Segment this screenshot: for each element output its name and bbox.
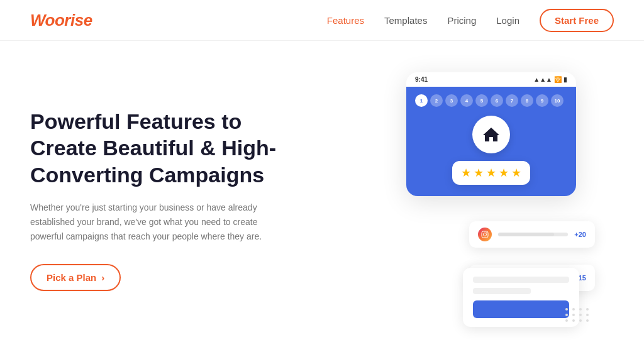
instagram-icon [478,228,492,241]
battery-icon: ▮ [564,76,567,83]
logo: Woorise [30,11,92,30]
nav-templates[interactable]: Templates [384,15,427,26]
wifi-icon: 🛜 [554,76,562,83]
star-1: ★ [461,166,471,180]
phone-mockup: 9:41 ▲▲▲ 🛜 ▮ 1 2 3 4 5 6 7 8 9 [406,72,576,196]
pick-a-plan-button[interactable]: Pick a Plan › [30,264,121,291]
svg-point-2 [484,233,487,236]
star-5: ★ [511,166,521,180]
instagram-progress-fill [498,233,554,236]
num-circle-3: 3 [445,94,458,107]
hero-text-block: Powerful Features to Create Beautiful & … [30,102,294,292]
instagram-social-card: +20 [469,221,595,248]
header: Woorise Features Templates Pricing Login… [0,0,644,41]
phone-status-bar: 9:41 ▲▲▲ 🛜 ▮ [406,72,576,87]
form-mockup-card [463,268,579,327]
instagram-progress-bar [498,233,568,236]
status-icons: ▲▲▲ 🛜 ▮ [533,76,567,83]
phone-time: 9:41 [415,76,428,83]
star-3: ★ [486,166,496,180]
num-circle-1: 1 [415,94,428,107]
num-circle-4: 4 [460,94,473,107]
nav-features[interactable]: Features [327,15,364,26]
pick-plan-arrow: › [101,272,104,283]
form-field-1 [473,277,569,283]
num-circle-2: 2 [430,94,443,107]
number-circles: 1 2 3 4 5 6 7 8 9 10 [415,94,567,107]
stars-rating-card: ★ ★ ★ ★ ★ [452,161,530,185]
num-circle-9: 9 [536,94,548,107]
hero-description: Whether you're just starting your busine… [30,201,275,244]
hero-title: Powerful Features to Create Beautiful & … [30,108,294,189]
instagram-count: +20 [574,231,586,238]
svg-rect-1 [482,231,488,238]
form-field-2 [473,288,531,294]
star-4: ★ [499,166,509,180]
form-submit-button-mock [473,300,569,318]
svg-point-3 [486,233,487,234]
house-icon-card [472,116,510,153]
num-circle-5: 5 [475,94,488,107]
phone-content: 1 2 3 4 5 6 7 8 9 10 ★ [406,87,576,196]
start-free-button[interactable]: Start Free [540,9,614,32]
pick-plan-label: Pick a Plan [47,272,96,283]
num-circle-7: 7 [506,94,518,107]
nav-login[interactable]: Login [496,15,519,26]
dots-decoration [565,308,590,322]
house-icon [482,126,501,143]
main-content: Powerful Features to Create Beautiful & … [0,41,644,352]
star-2: ★ [474,166,484,180]
signal-icon: ▲▲▲ [533,76,552,83]
num-circle-8: 8 [521,94,533,107]
nav-pricing[interactable]: Pricing [447,15,476,26]
num-circle-6: 6 [491,94,503,107]
main-nav: Features Templates Pricing Login Start F… [327,9,614,32]
svg-marker-0 [483,128,499,141]
num-circle-10: 10 [551,94,564,107]
hero-illustration: 9:41 ▲▲▲ 🛜 ▮ 1 2 3 4 5 6 7 8 9 [294,41,614,352]
